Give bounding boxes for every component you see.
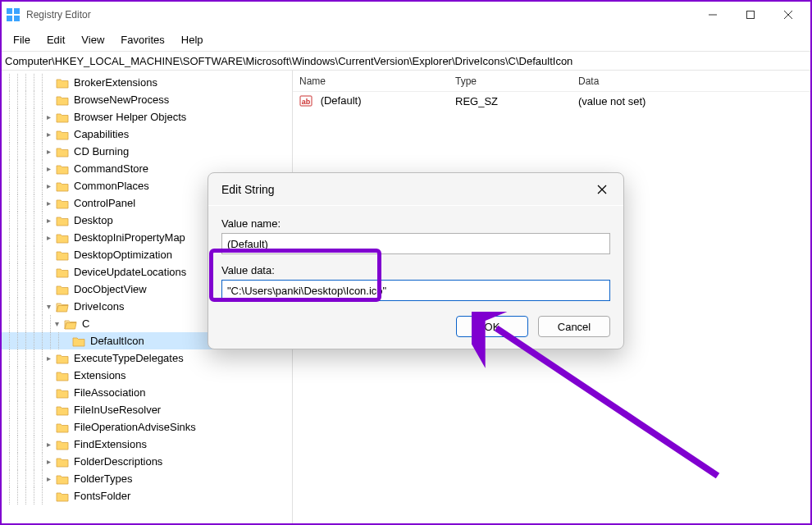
tree-item-label: DeviceUpdateLocations bbox=[74, 266, 186, 278]
address-bar[interactable]: Computer\HKEY_LOCAL_MACHINE\SOFTWARE\Mic… bbox=[2, 51, 810, 71]
folder-icon bbox=[56, 249, 69, 261]
tree-item-label: BrowseNewProcess bbox=[74, 94, 169, 106]
tree-item-label: Desktop bbox=[74, 214, 113, 226]
dialog-titlebar: Edit String bbox=[208, 173, 623, 206]
expand-icon[interactable]: ▸ bbox=[43, 354, 54, 363]
col-name[interactable]: Name bbox=[293, 75, 449, 87]
expand-icon[interactable]: ▸ bbox=[43, 130, 54, 139]
dialog-title: Edit String bbox=[221, 183, 275, 196]
folder-icon bbox=[56, 215, 69, 226]
expand-icon[interactable]: ▸ bbox=[43, 181, 54, 190]
folder-icon bbox=[56, 163, 69, 175]
tree-item[interactable]: ▸Browser Helper Objects bbox=[2, 108, 292, 126]
folder-icon bbox=[56, 180, 69, 192]
close-button[interactable] bbox=[769, 2, 807, 28]
tree-item-label: CommonPlaces bbox=[74, 180, 149, 192]
folder-icon bbox=[56, 267, 69, 278]
tree-item[interactable]: ▸CD Burning bbox=[2, 143, 292, 160]
tree-item-label: Capabilities bbox=[74, 128, 129, 140]
tree-item-label: FontsFolder bbox=[74, 490, 130, 502]
tree-item[interactable]: ▸FindExtensions bbox=[2, 436, 292, 453]
svg-rect-2 bbox=[7, 16, 12, 21]
value-name-input[interactable] bbox=[221, 233, 610, 254]
cancel-button[interactable]: Cancel bbox=[538, 316, 610, 337]
tree-item-label: FileOperationAdviseSinks bbox=[74, 421, 196, 433]
window-title: Registry Editor bbox=[26, 9, 91, 21]
value-type-cell: REG_SZ bbox=[449, 95, 572, 107]
tree-item-label: BrokerExtensions bbox=[74, 76, 157, 89]
tree-item[interactable]: FontsFolder bbox=[2, 487, 292, 504]
list-row[interactable]: ab (Default) REG_SZ (value not set) bbox=[293, 92, 810, 110]
tree-item-label: DocObjectView bbox=[74, 283, 147, 295]
tree-item-label: FindExtensions bbox=[74, 438, 147, 450]
tree-item-label: DriveIcons bbox=[74, 300, 124, 313]
col-data[interactable]: Data bbox=[572, 75, 810, 87]
value-name-text: (Default) bbox=[321, 94, 362, 107]
dialog-close-button[interactable] bbox=[594, 181, 610, 198]
folder-icon bbox=[56, 422, 69, 433]
folder-icon bbox=[56, 370, 69, 381]
menu-edit[interactable]: Edit bbox=[39, 30, 73, 49]
svg-rect-0 bbox=[7, 8, 12, 14]
tree-item-label: DesktopOptimization bbox=[74, 249, 172, 261]
value-name-label: Value name: bbox=[221, 217, 610, 230]
tree-item-label: FolderTypes bbox=[74, 472, 133, 485]
tree-item-label: Browser Helper Objects bbox=[74, 111, 186, 123]
tree-item[interactable]: BrowseNewProcess bbox=[2, 91, 292, 108]
menu-help[interactable]: Help bbox=[173, 30, 212, 49]
menu-view[interactable]: View bbox=[73, 30, 112, 49]
tree-item-label: Extensions bbox=[74, 369, 126, 381]
expand-icon[interactable]: ▸ bbox=[43, 112, 54, 121]
folder-icon bbox=[56, 353, 69, 364]
folder-icon bbox=[56, 456, 69, 468]
tree-item[interactable]: ▸Capabilities bbox=[2, 126, 292, 143]
tree-item[interactable]: FileInUseResolver bbox=[2, 401, 292, 418]
folder-icon bbox=[56, 232, 69, 244]
value-data-cell: (value not set) bbox=[572, 95, 810, 107]
tree-item[interactable]: Extensions bbox=[2, 367, 292, 384]
edit-string-dialog: Edit String Value name: Value data: OK C… bbox=[208, 172, 624, 349]
menu-favorites[interactable]: Favorites bbox=[112, 30, 172, 49]
folder-icon bbox=[56, 301, 69, 313]
expand-icon[interactable]: ▸ bbox=[43, 216, 54, 225]
app-icon bbox=[7, 8, 20, 21]
svg-rect-3 bbox=[14, 16, 20, 21]
minimize-button[interactable] bbox=[694, 2, 732, 28]
expand-icon[interactable]: ▾ bbox=[51, 319, 62, 328]
folder-icon bbox=[64, 318, 77, 330]
svg-text:ab: ab bbox=[302, 98, 311, 106]
value-data-input[interactable] bbox=[221, 280, 610, 301]
tree-item[interactable]: ▸FolderTypes bbox=[2, 470, 292, 487]
menu-file[interactable]: File bbox=[5, 30, 39, 49]
tree-item[interactable]: BrokerExtensions bbox=[2, 74, 292, 91]
folder-icon bbox=[56, 94, 69, 106]
value-name-cell: ab (Default) bbox=[293, 94, 449, 108]
menubar: File Edit View Favorites Help bbox=[2, 28, 810, 51]
expand-icon[interactable]: ▸ bbox=[43, 147, 54, 156]
tree-item-label: CommandStore bbox=[74, 162, 148, 175]
folder-icon bbox=[56, 146, 69, 158]
expand-icon[interactable]: ▸ bbox=[43, 474, 54, 483]
folder-icon bbox=[56, 77, 69, 89]
expand-icon[interactable]: ▸ bbox=[43, 199, 54, 208]
folder-icon bbox=[56, 439, 69, 450]
col-type[interactable]: Type bbox=[449, 75, 572, 87]
titlebar: Registry Editor bbox=[2, 2, 810, 28]
tree-item-label: CD Burning bbox=[74, 145, 129, 158]
tree-item[interactable]: ▸FolderDescriptions bbox=[2, 453, 292, 470]
maximize-button[interactable] bbox=[732, 2, 769, 28]
string-value-icon: ab bbox=[299, 94, 312, 107]
expand-icon[interactable]: ▸ bbox=[43, 457, 54, 466]
tree-item[interactable]: FileOperationAdviseSinks bbox=[2, 418, 292, 436]
expand-icon[interactable]: ▸ bbox=[43, 233, 54, 242]
tree-item-label: FileInUseResolver bbox=[74, 404, 161, 416]
expand-icon[interactable]: ▸ bbox=[43, 164, 54, 173]
tree-item-label: C bbox=[82, 317, 89, 330]
expand-icon[interactable]: ▸ bbox=[43, 440, 54, 449]
expand-icon[interactable]: ▾ bbox=[43, 302, 54, 311]
ok-button[interactable]: OK bbox=[456, 316, 528, 337]
tree-item-label: DesktopIniPropertyMap bbox=[74, 231, 185, 244]
tree-item[interactable]: FileAssociation bbox=[2, 384, 292, 401]
tree-item[interactable]: ▸ExecuteTypeDelegates bbox=[2, 349, 292, 367]
folder-icon bbox=[56, 129, 69, 140]
